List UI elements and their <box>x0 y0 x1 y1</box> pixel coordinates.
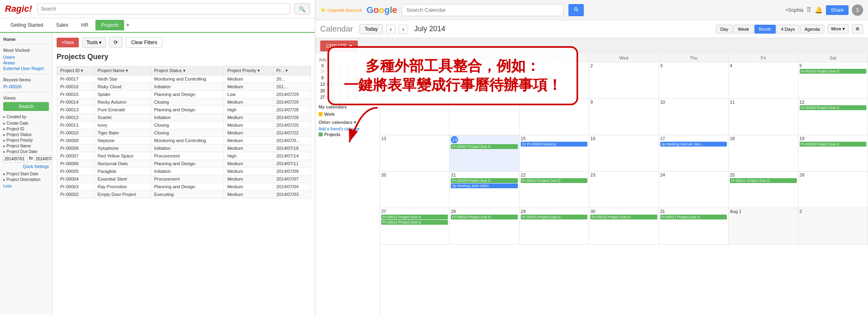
settings-button[interactable]: ⚙ <box>852 24 863 34</box>
calendar-item-work[interactable]: Work <box>319 111 376 117</box>
today-button[interactable]: Today <box>359 24 383 34</box>
gcal-search-button[interactable] <box>568 4 584 16</box>
cell-jul7[interactable]: 7 <box>450 99 519 135</box>
cell-jul29[interactable]: 29 Pr-00015 Project Due D <box>520 208 589 245</box>
mini-day-30b[interactable]: 30 <box>344 94 352 100</box>
refresh-button[interactable]: ⟳ <box>109 37 122 48</box>
mini-day-7[interactable]: 7 <box>327 75 335 81</box>
table-row[interactable]: Pr-00008 Xylophone Initiation Medium 201… <box>57 145 311 152</box>
ragic-search-button[interactable]: 🔍 <box>294 3 310 15</box>
mini-day-22[interactable]: 22 <box>335 88 343 94</box>
event-pr00015[interactable]: Pr-00015 Project Due D <box>521 215 587 219</box>
col-project-name[interactable]: Project Name ▾ <box>94 66 151 75</box>
filter-create-date[interactable]: Create Date <box>6 121 28 126</box>
nav-item-projects[interactable]: Projects <box>95 20 124 30</box>
filter-created-by[interactable]: Created by <box>6 114 26 119</box>
mini-day-16[interactable]: 16 <box>344 81 352 87</box>
other-calendars-title[interactable]: Other calendars ▾ <box>319 120 376 125</box>
cell-jul16[interactable]: 16 <box>589 135 659 172</box>
filter-project-name[interactable]: Project Name <box>6 143 31 149</box>
cell-jul23[interactable]: 23 <box>589 172 659 208</box>
table-row[interactable]: Pr-00009 Neptune Monitoring and Controll… <box>57 137 311 145</box>
sidebar-link-areas[interactable]: Areas <box>3 60 49 66</box>
col-project-id[interactable]: Project ID ▾ <box>57 66 94 75</box>
cell-jul30[interactable]: 30 Pr-00016 Project Due D <box>589 208 659 245</box>
mini-day-26[interactable]: 26 <box>368 88 376 94</box>
col-project-status[interactable]: Project Status ▾ <box>151 66 224 75</box>
cell-jul27[interactable]: 27 Pr-00012 Project Due D Pr-00013 Proje… <box>380 208 450 245</box>
cell-jul19[interactable]: 19 Pr-00008 Project Due D <box>798 135 868 172</box>
cell-jul18[interactable]: 18 <box>729 135 798 172</box>
cell-jul13[interactable]: 13 <box>380 135 450 172</box>
nav-add-button[interactable]: + <box>126 21 129 29</box>
table-row[interactable]: Pr-00011 Ivory Closing Medium 2014/07/25 <box>57 121 311 129</box>
calendar-item-projects[interactable]: Projects <box>319 131 376 138</box>
cell-jul24[interactable]: 24 <box>659 172 729 208</box>
mini-day-21[interactable]: 21 <box>327 88 335 94</box>
event-pr00008[interactable]: Pr-00008 Project Due D <box>800 142 866 147</box>
view-week[interactable]: Week <box>733 25 754 34</box>
mini-day-10[interactable]: 10 <box>352 75 360 81</box>
cell-jul12[interactable]: 12 Pr-00006 Project Due D <box>798 99 868 135</box>
event-pr00012[interactable]: Pr-00012 Project Due D <box>381 215 448 219</box>
sidebar-link-users[interactable]: Users <box>3 54 49 60</box>
sidebar-home[interactable]: Home <box>3 37 49 42</box>
new-button[interactable]: +New <box>57 38 79 47</box>
filter-project-id[interactable]: Project ID <box>6 126 24 132</box>
mini-day-5[interactable]: 5 <box>368 68 376 74</box>
cell-jul8[interactable]: 8 <box>520 99 589 135</box>
cell-aug1[interactable]: Aug 1 <box>729 208 798 245</box>
mini-day-28[interactable]: 28 <box>327 94 335 100</box>
mini-day-aug2[interactable]: 2 <box>368 94 376 100</box>
event-pr00013[interactable]: Pr-00013 Project Due D <box>381 220 448 225</box>
table-row[interactable]: Pr-00007 Red Yellow Space Procurement Hi… <box>57 152 311 160</box>
table-row[interactable]: Pr-00003 Ray Promotion Planning and Desi… <box>57 183 311 191</box>
clear-filters-button[interactable]: Clear Filters <box>126 37 163 48</box>
sidebar-link-external[interactable]: External User Regis! <box>3 66 49 71</box>
mini-day-9[interactable]: 9 <box>344 75 352 81</box>
filter-project-start-date[interactable]: Project Start Date <box>6 171 38 177</box>
cell-jun29[interactable]: 29 <box>380 62 450 99</box>
table-row[interactable]: Pr-00016 Risky Cloud Initiation Medium 2… <box>57 83 311 91</box>
mini-day-20[interactable]: 20 <box>319 88 327 94</box>
next-month-button[interactable]: › <box>399 25 408 34</box>
mini-day-23[interactable]: 23 <box>344 88 352 94</box>
event-pr00016[interactable]: Pr-00016 Project Due D <box>590 215 657 219</box>
event-pr00017[interactable]: Pr-00017 Project Due D <box>660 215 727 219</box>
table-row[interactable]: Pr-00017 Ninth Star Monitoring and Contr… <box>57 75 311 83</box>
mini-day-3[interactable]: 3 <box>352 68 360 74</box>
share-button[interactable]: Share <box>826 5 849 15</box>
table-row[interactable]: Pr-00012 Scarlet Initiation Medium 2014/… <box>57 114 311 121</box>
table-row[interactable]: Pr-00015 Spider Planning and Design Low … <box>57 91 311 98</box>
mini-day-1[interactable]: 1 <box>335 68 343 74</box>
event-pr00006[interactable]: Pr-00006 Project Due D <box>800 105 866 110</box>
event-pr00014[interactable]: Pr-00014 Project Due D <box>451 215 517 219</box>
add-friend-link[interactable]: Add a friend's calendar <box>319 127 376 131</box>
sidebar-search-button[interactable]: Search <box>3 102 49 111</box>
cell-aug2[interactable]: 2 <box>798 208 868 245</box>
view-month[interactable]: Month <box>754 25 776 34</box>
filter-project-description[interactable]: Project Description <box>6 177 40 182</box>
table-row[interactable]: Pr-00014 Rocky Autumn Closing Medium 201… <box>57 98 311 106</box>
sidebar-recent-item[interactable]: Pr-00026 <box>3 84 49 89</box>
mini-day-25[interactable]: 25 <box>360 88 368 94</box>
event-pr00007[interactable]: Pr-00007 Project Due D <box>451 144 517 149</box>
date-from-input[interactable] <box>3 155 27 162</box>
apps-icon[interactable]: ⠿ <box>807 6 811 14</box>
mini-day-27[interactable]: 27 <box>319 94 327 100</box>
tools-button[interactable]: Tools ▾ <box>82 37 106 48</box>
more-button[interactable]: More ▾ <box>828 24 849 34</box>
cell-jul1[interactable]: 1 <box>520 62 589 99</box>
cell-jul3[interactable]: 3 <box>659 62 729 99</box>
filter-project-status[interactable]: Project Status <box>6 132 32 137</box>
event-pr00011[interactable]: Pr-00011 Project Due D <box>730 178 796 183</box>
nav-item-hr[interactable]: HR <box>76 20 94 30</box>
user-name[interactable]: +Sophia <box>786 7 803 13</box>
mini-day-18[interactable]: 18 <box>360 81 368 87</box>
cell-jul9[interactable]: 9 <box>589 99 659 135</box>
cell-jul25[interactable]: 25 Pr-00011 Project Due D <box>729 172 798 208</box>
cell-jul26[interactable]: 26 <box>798 172 868 208</box>
nav-item-getting-started[interactable]: Getting Started <box>5 20 49 30</box>
mini-day-19[interactable]: 19 <box>368 81 376 87</box>
gcal-search-input[interactable] <box>402 4 564 16</box>
